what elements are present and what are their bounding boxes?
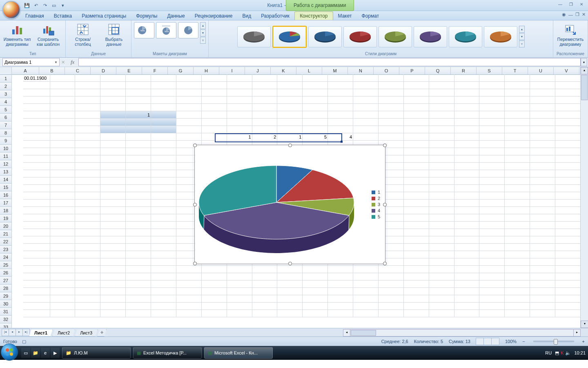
cell[interactable] — [555, 207, 581, 214]
cell[interactable] — [100, 177, 126, 185]
cell[interactable] — [23, 89, 50, 96]
cell[interactable] — [100, 96, 126, 104]
cell[interactable] — [505, 310, 530, 317]
col-header[interactable]: P — [399, 67, 425, 74]
cell[interactable] — [555, 229, 581, 236]
row-header[interactable]: 7 — [0, 121, 11, 129]
cell[interactable] — [429, 258, 454, 266]
cell[interactable] — [555, 177, 581, 185]
cell[interactable] — [404, 89, 429, 96]
cell[interactable] — [23, 163, 50, 170]
cell[interactable] — [328, 119, 353, 126]
cell[interactable] — [530, 236, 555, 244]
column-headers[interactable]: ABCDEFGHIJKLMNOPQRSTUV — [12, 67, 588, 75]
row-header[interactable]: 3 — [0, 90, 11, 98]
cell[interactable] — [404, 229, 429, 236]
cell[interactable] — [530, 251, 555, 258]
cell[interactable] — [100, 273, 126, 280]
legend-item[interactable]: 3 — [372, 202, 380, 207]
cell[interactable] — [151, 177, 176, 185]
cell[interactable] — [176, 119, 202, 126]
cell[interactable] — [126, 104, 151, 111]
cell[interactable] — [50, 222, 76, 229]
cell[interactable] — [202, 104, 227, 111]
cell[interactable] — [505, 170, 530, 177]
tab-view[interactable]: Вид — [237, 12, 256, 20]
cell[interactable] — [23, 111, 50, 119]
cell[interactable] — [100, 104, 126, 111]
cell[interactable] — [50, 119, 76, 126]
cell[interactable] — [227, 89, 252, 96]
col-header[interactable]: B — [39, 67, 65, 74]
cell[interactable] — [126, 266, 151, 273]
cell[interactable] — [176, 266, 202, 273]
cell[interactable] — [328, 82, 353, 89]
cell[interactable] — [75, 288, 100, 295]
ribbon-close-icon[interactable]: ✕ — [582, 12, 586, 17]
cell[interactable] — [530, 266, 555, 273]
row-header[interactable]: 6 — [0, 114, 11, 121]
cell[interactable] — [151, 236, 176, 244]
cell[interactable] — [50, 111, 76, 119]
cell[interactable] — [479, 200, 505, 207]
cell[interactable] — [353, 74, 379, 82]
cell[interactable] — [100, 222, 126, 229]
cell[interactable] — [202, 126, 227, 133]
taskbar-item-3[interactable]: ▦Microsoft Excel - Кн... — [204, 347, 273, 359]
fx-icon[interactable]: fx — [71, 59, 74, 65]
col-header[interactable]: F — [142, 67, 168, 74]
cell[interactable] — [328, 126, 353, 133]
cell[interactable] — [23, 251, 50, 258]
cell[interactable] — [277, 310, 303, 317]
col-header[interactable]: L — [296, 67, 322, 74]
col-header[interactable]: E — [116, 67, 142, 74]
cell[interactable] — [404, 96, 429, 104]
cell[interactable] — [530, 104, 555, 111]
row-header[interactable]: 14 — [0, 176, 11, 184]
cell[interactable] — [75, 303, 100, 310]
cell[interactable] — [126, 273, 151, 280]
cell[interactable] — [379, 310, 404, 317]
cell[interactable] — [353, 303, 379, 310]
cell[interactable] — [555, 185, 581, 192]
tray-icon[interactable]: ⬒ — [555, 350, 559, 356]
cell[interactable] — [50, 280, 76, 288]
cell[interactable] — [479, 170, 505, 177]
cell[interactable] — [454, 170, 480, 177]
cell[interactable] — [151, 96, 176, 104]
cell[interactable] — [454, 273, 480, 280]
row-header[interactable]: 21 — [0, 230, 11, 238]
col-header[interactable]: D — [91, 67, 116, 74]
cell[interactable] — [530, 148, 555, 155]
cell[interactable] — [404, 288, 429, 295]
cell[interactable] — [530, 192, 555, 200]
cell[interactable] — [75, 96, 100, 104]
cell[interactable] — [454, 207, 480, 214]
cell[interactable] — [505, 104, 530, 111]
cell[interactable] — [151, 126, 176, 133]
cell[interactable] — [429, 207, 454, 214]
cell[interactable] — [555, 258, 581, 266]
cell[interactable] — [479, 280, 505, 288]
cell[interactable] — [505, 214, 530, 222]
cell[interactable] — [126, 133, 151, 141]
cell[interactable] — [50, 185, 76, 192]
cell[interactable] — [404, 126, 429, 133]
cell[interactable] — [505, 111, 530, 119]
cell[interactable] — [454, 288, 480, 295]
row-header[interactable]: 26 — [0, 269, 11, 277]
cell[interactable] — [202, 119, 227, 126]
cell[interactable] — [23, 310, 50, 317]
cell[interactable] — [379, 266, 404, 273]
cell[interactable] — [176, 295, 202, 303]
chart-style-4[interactable] — [343, 26, 377, 47]
cell[interactable] — [100, 229, 126, 236]
cell[interactable] — [530, 303, 555, 310]
cell[interactable] — [505, 236, 530, 244]
cell[interactable] — [277, 266, 303, 273]
cell[interactable] — [353, 273, 379, 280]
cell[interactable] — [100, 111, 126, 119]
cell[interactable] — [479, 155, 505, 163]
cell[interactable] — [429, 295, 454, 303]
cell[interactable] — [50, 148, 76, 155]
